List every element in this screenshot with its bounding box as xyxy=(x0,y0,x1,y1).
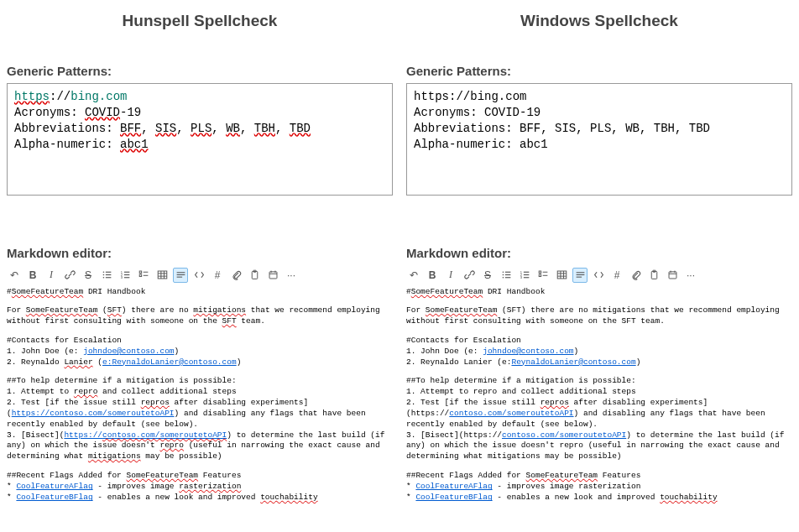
svg-rect-31 xyxy=(504,272,510,273)
table-icon[interactable] xyxy=(154,268,170,283)
pattern-alphanumeric: Alpha-numeric: abc1 xyxy=(14,137,385,153)
svg-rect-56 xyxy=(669,272,676,279)
checklist-icon[interactable] xyxy=(535,268,551,283)
svg-text:3: 3 xyxy=(120,275,123,279)
column-title-windows: Windows Spellcheck xyxy=(406,12,792,30)
clipboard-icon[interactable] xyxy=(646,268,661,283)
svg-rect-16 xyxy=(158,271,167,279)
attach-icon[interactable] xyxy=(628,268,643,283)
strike-button[interactable]: S xyxy=(480,268,495,283)
undo-icon[interactable]: ↶ xyxy=(7,268,22,283)
svg-rect-11 xyxy=(123,277,129,278)
windows-column: Windows Spellcheck Generic Patterns: htt… xyxy=(400,0,799,519)
svg-rect-46 xyxy=(557,271,567,279)
unordered-list-icon[interactable] xyxy=(499,268,514,283)
ordered-list-icon[interactable]: 123 xyxy=(517,268,532,283)
hunspell-column: Hunspell Spellcheck Generic Patterns: ht… xyxy=(0,0,400,519)
column-title-hunspell: Hunspell Spellcheck xyxy=(7,12,393,30)
strike-button[interactable]: S xyxy=(81,268,96,283)
hash-button[interactable]: # xyxy=(210,268,225,283)
markdown-body-right[interactable]: #SomeFeatureTeam DRI Handbook For SomeFe… xyxy=(406,287,792,503)
link-icon[interactable] xyxy=(62,268,77,283)
generic-patterns-heading: Generic Patterns: xyxy=(7,64,393,78)
link-icon[interactable] xyxy=(462,268,477,283)
svg-rect-54 xyxy=(651,272,657,279)
unordered-list-icon[interactable] xyxy=(99,268,114,283)
attach-icon[interactable] xyxy=(228,268,243,283)
pattern-url: https://bing.com xyxy=(14,89,385,105)
generic-patterns-box[interactable]: https://bing.com Acronyms: COVID-19 Abbr… xyxy=(406,83,792,196)
svg-rect-12 xyxy=(139,271,141,273)
bold-button[interactable]: B xyxy=(25,268,40,283)
calendar-icon[interactable] xyxy=(665,268,680,283)
svg-rect-22 xyxy=(176,274,185,275)
svg-rect-14 xyxy=(139,274,141,276)
svg-rect-44 xyxy=(539,274,540,276)
svg-rect-41 xyxy=(523,277,529,278)
svg-rect-35 xyxy=(504,277,510,278)
pattern-alphanumeric: Alpha-numeric: abc1 xyxy=(414,137,785,153)
svg-rect-7 xyxy=(123,272,129,273)
pattern-acronyms: Acronyms: COVID-19 xyxy=(414,105,785,121)
svg-point-4 xyxy=(102,277,104,279)
code-icon[interactable] xyxy=(591,268,606,283)
svg-rect-1 xyxy=(105,272,111,273)
italic-button[interactable]: I xyxy=(44,268,59,283)
bold-button[interactable]: B xyxy=(425,268,440,283)
pattern-url: https://bing.com xyxy=(414,89,785,105)
more-icon[interactable]: ··· xyxy=(284,268,299,283)
ordered-list-icon[interactable]: 123 xyxy=(118,268,133,283)
svg-point-2 xyxy=(102,274,104,276)
svg-rect-5 xyxy=(105,277,111,278)
svg-point-32 xyxy=(502,274,504,276)
markdown-toolbar: ↶ B I S 123 # ··· xyxy=(406,265,792,287)
hash-button[interactable]: # xyxy=(609,268,624,283)
pattern-abbreviations: Abbreviations: BFF, SIS, PLS, WB, TBH, T… xyxy=(14,121,385,137)
checklist-icon[interactable] xyxy=(136,268,151,283)
table-icon[interactable] xyxy=(554,268,569,283)
italic-button[interactable]: I xyxy=(443,268,458,283)
more-icon[interactable]: ··· xyxy=(683,268,698,283)
markdown-editor-heading: Markdown editor: xyxy=(7,246,393,260)
generic-patterns-box[interactable]: https://bing.com Acronyms: COVID-19 Abbr… xyxy=(7,83,393,196)
markdown-body-left[interactable]: #SomeFeatureTeam DRI Handbook For SomeFe… xyxy=(7,287,393,503)
svg-rect-33 xyxy=(504,274,510,275)
svg-point-0 xyxy=(102,272,104,274)
pattern-acronyms: Acronyms: COVID-19 xyxy=(14,105,385,121)
svg-rect-21 xyxy=(176,272,185,273)
svg-rect-26 xyxy=(269,272,277,279)
svg-point-30 xyxy=(502,272,504,274)
svg-rect-3 xyxy=(105,274,111,275)
svg-point-34 xyxy=(502,277,504,279)
generic-patterns-heading: Generic Patterns: xyxy=(406,64,792,78)
svg-rect-52 xyxy=(576,274,584,275)
svg-rect-9 xyxy=(123,274,129,275)
text-block-icon[interactable] xyxy=(173,268,188,283)
markdown-editor-heading: Markdown editor: xyxy=(406,246,792,260)
svg-rect-37 xyxy=(523,272,529,273)
code-icon[interactable] xyxy=(191,268,206,283)
svg-rect-39 xyxy=(523,274,529,275)
markdown-toolbar: ↶ B I S 123 # ··· xyxy=(7,265,393,287)
svg-rect-51 xyxy=(576,272,584,273)
svg-rect-24 xyxy=(252,272,258,279)
svg-rect-42 xyxy=(539,271,540,273)
svg-rect-53 xyxy=(576,277,582,278)
text-block-icon[interactable] xyxy=(572,268,588,283)
calendar-icon[interactable] xyxy=(265,268,280,283)
svg-rect-23 xyxy=(176,277,182,278)
svg-text:3: 3 xyxy=(520,275,522,279)
pattern-abbreviations: Abbreviations: BFF, SIS, PLS, WB, TBH, T… xyxy=(414,121,785,137)
undo-icon[interactable]: ↶ xyxy=(406,268,421,283)
clipboard-icon[interactable] xyxy=(247,268,262,283)
